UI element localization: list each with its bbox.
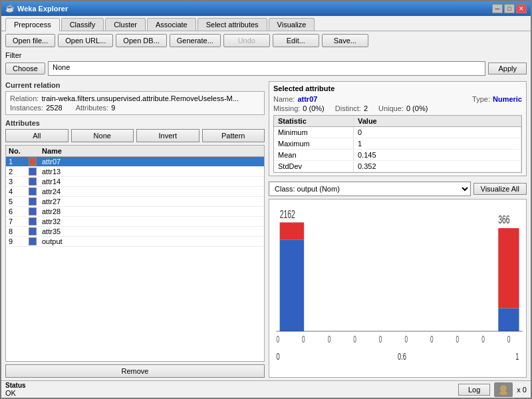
- filter-row: Choose None Apply: [5, 61, 527, 76]
- class-select[interactable]: Class: output (Nom): [269, 182, 471, 196]
- tab-classify[interactable]: Classify: [61, 18, 104, 31]
- stats-header: Statistic Value: [274, 116, 521, 127]
- row-checkbox: [29, 217, 42, 225]
- apply-button[interactable]: Apply: [488, 63, 527, 74]
- left-panel: Current relation Relation: train-weka.fi…: [5, 81, 265, 378]
- svg-text:0: 0: [276, 350, 279, 362]
- instances-value: 2528: [46, 104, 62, 112]
- distinct-item: Distinct: 2: [335, 104, 368, 112]
- tab-cluster[interactable]: Cluster: [105, 18, 146, 31]
- bar2-label: 366: [498, 213, 509, 225]
- instances-item: Instances: 2528: [10, 104, 63, 112]
- attributes-item: Attributes: 9: [76, 104, 116, 112]
- missing-item: Missing: 0 (0%): [273, 104, 325, 112]
- missing-value: 0 (0%): [303, 104, 324, 112]
- svg-text:0: 0: [404, 334, 408, 344]
- invert-button[interactable]: Invert: [136, 129, 200, 142]
- svg-text:0: 0: [481, 334, 485, 344]
- generate-button[interactable]: Generate...: [170, 34, 221, 47]
- class-row: Class: output (Nom) Visualize All: [269, 182, 527, 196]
- stats-row-min: Minimum 0: [274, 127, 521, 138]
- row-checkbox: [29, 188, 42, 196]
- row-checkbox: [29, 227, 42, 235]
- row-name: attr24: [42, 188, 261, 196]
- row-number: 1: [9, 158, 29, 166]
- row-name: attr14: [42, 178, 261, 186]
- table-row[interactable]: 2 attr13: [6, 167, 264, 177]
- svg-text:0: 0: [302, 334, 305, 344]
- svg-text:0: 0: [276, 334, 279, 344]
- tab-associate[interactable]: Associate: [147, 18, 196, 31]
- save-button[interactable]: Save...: [322, 34, 368, 47]
- choose-button[interactable]: Choose: [5, 63, 45, 74]
- edit-button[interactable]: Edit...: [273, 34, 319, 47]
- row-checkbox: [29, 178, 42, 186]
- table-row[interactable]: 3 attr14: [6, 177, 264, 187]
- window-title: Weka Explorer: [17, 5, 68, 13]
- row-name: output: [42, 237, 261, 245]
- unique-label: Unique:: [378, 104, 404, 112]
- attr-info-row2: Missing: 0 (0%) Distinct: 2 Unique: 0 (0…: [273, 104, 522, 112]
- table-row[interactable]: 1 attr07: [6, 157, 264, 167]
- row-name: attr13: [42, 168, 261, 176]
- bar2-red: [498, 228, 519, 309]
- row-checkbox: [29, 168, 42, 176]
- svg-text:0: 0: [328, 334, 331, 344]
- all-button[interactable]: All: [5, 129, 68, 142]
- x0-label: x 0: [517, 386, 527, 394]
- open-url-button[interactable]: Open URL...: [58, 34, 113, 47]
- stat-value: 0.352: [354, 161, 521, 172]
- close-button[interactable]: ✕: [516, 4, 527, 13]
- distinct-value: 2: [364, 104, 368, 112]
- table-row[interactable]: 9 output: [6, 237, 264, 247]
- row-checkbox: [29, 158, 42, 166]
- open-db-button[interactable]: Open DB...: [116, 34, 166, 47]
- row-name: attr07: [42, 158, 261, 166]
- table-row[interactable]: 6 attr28: [6, 207, 264, 217]
- maximize-button[interactable]: □: [504, 4, 515, 13]
- log-button[interactable]: Log: [458, 384, 490, 396]
- pattern-button[interactable]: Pattern: [202, 129, 265, 142]
- type-label: Type:: [472, 95, 490, 103]
- table-row[interactable]: 4 attr24: [6, 187, 264, 197]
- svg-text:0: 0: [353, 334, 356, 344]
- missing-label: Missing:: [273, 104, 300, 112]
- table-row[interactable]: 7 attr32: [6, 217, 264, 227]
- tab-preprocess[interactable]: Preprocess: [5, 18, 60, 31]
- bar1-red: [280, 222, 305, 239]
- row-name: attr32: [42, 217, 261, 225]
- stat-name: Maximum: [274, 138, 354, 149]
- stats-table: Statistic Value Minimum 0 Maximum 1 Mean…: [273, 115, 522, 173]
- stats-col2-header: Value: [354, 116, 521, 126]
- table-row[interactable]: 8 attr35: [6, 227, 264, 237]
- svg-text:0: 0: [507, 334, 511, 344]
- filter-label: Filter: [5, 51, 527, 59]
- svg-text:0: 0: [430, 334, 434, 344]
- remove-button[interactable]: Remove: [5, 364, 265, 378]
- stats-row-max: Maximum 1: [274, 138, 521, 150]
- title-bar: ☕ Weka Explorer ─ □ ✕: [1, 1, 531, 16]
- attributes-value: 9: [111, 104, 115, 112]
- tab-visualize[interactable]: Visualize: [269, 18, 315, 31]
- none-button[interactable]: None: [71, 129, 134, 142]
- svg-text:1: 1: [515, 350, 519, 362]
- stat-name: Minimum: [274, 127, 354, 138]
- status-bar: Status OK Log x 0: [1, 380, 531, 398]
- row-checkbox: [29, 198, 42, 205]
- table-row[interactable]: 5 attr27: [6, 197, 264, 207]
- table-header: No. Name: [6, 146, 264, 157]
- minimize-button[interactable]: ─: [492, 4, 503, 13]
- current-relation-title: Current relation: [5, 81, 265, 89]
- undo-button[interactable]: Undo: [223, 34, 270, 47]
- open-file-button[interactable]: Open file...: [5, 34, 55, 47]
- name-label: Name:: [273, 95, 295, 103]
- svg-text:0.6: 0.6: [398, 350, 406, 362]
- bar1-label: 2162: [280, 207, 295, 220]
- stats-col1-header: Statistic: [274, 116, 354, 126]
- relation-name-item: Relation: train-weka.filters.unsupervise…: [10, 94, 239, 102]
- row-name: attr35: [42, 227, 261, 235]
- col-check-header: [29, 147, 42, 155]
- row-checkbox: [29, 207, 42, 215]
- visualize-all-button[interactable]: Visualize All: [473, 183, 527, 195]
- tab-select-attributes[interactable]: Select attributes: [198, 18, 267, 31]
